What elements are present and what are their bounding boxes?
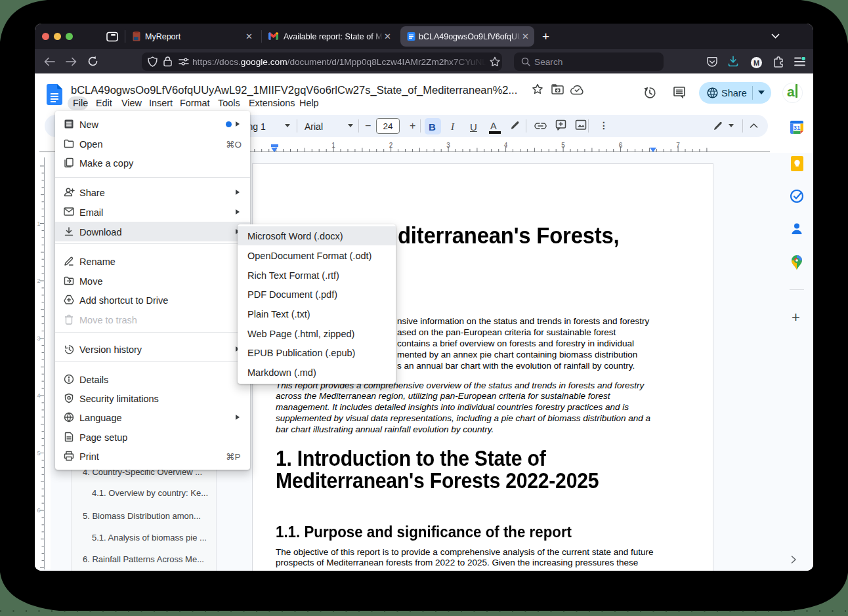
svg-text:1: 1 [37,220,40,227]
svg-text:6: 6 [619,142,623,149]
svg-text:2: 2 [389,142,393,149]
svg-text:31: 31 [794,124,801,131]
svg-text:5: 5 [561,142,565,149]
svg-text:7: 7 [676,142,680,149]
svg-text:3: 3 [446,142,450,149]
svg-text:2: 2 [37,277,40,284]
svg-text:3: 3 [37,335,40,342]
svg-text:5: 5 [37,450,40,457]
svg-text:4: 4 [504,142,508,149]
svg-text:6: 6 [37,507,40,514]
svg-text:1: 1 [331,142,335,149]
svg-text:4: 4 [37,392,40,399]
